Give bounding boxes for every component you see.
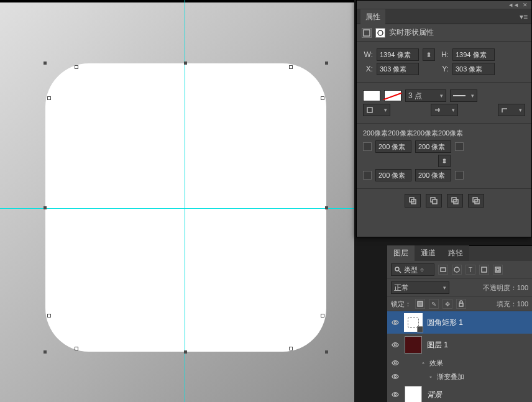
guide-horizontal[interactable] bbox=[0, 208, 354, 209]
lock-paint-icon[interactable]: ✎ bbox=[429, 299, 439, 309]
height-field[interactable] bbox=[452, 48, 495, 61]
svg-point-21 bbox=[394, 362, 396, 363]
close-icon[interactable]: ✕ bbox=[523, 2, 528, 8]
corner-anchor[interactable] bbox=[47, 314, 51, 317]
fx-label: 效果 bbox=[429, 359, 443, 368]
svg-rect-18 bbox=[459, 303, 463, 306]
y-field[interactable] bbox=[452, 63, 495, 75]
svg-point-22 bbox=[394, 375, 396, 377]
transform-handle-bc[interactable] bbox=[184, 350, 187, 354]
layer-fx-item[interactable]: ◦ 渐变叠加 bbox=[387, 370, 532, 383]
lock-position-icon[interactable]: ✥ bbox=[443, 299, 452, 309]
svg-point-11 bbox=[395, 267, 399, 271]
layer-name[interactable]: 背景 bbox=[427, 390, 442, 400]
transform-handle-tl[interactable] bbox=[44, 62, 47, 65]
svg-rect-6 bbox=[433, 199, 437, 204]
stroke-swatch[interactable] bbox=[384, 90, 401, 101]
pathop-exclude-icon[interactable] bbox=[468, 194, 484, 208]
pathop-intersect-icon[interactable] bbox=[447, 194, 463, 208]
panel-collapse-strip[interactable]: ◄◄ ✕ bbox=[357, 1, 531, 9]
layers-panel: 图层 通道 路径 类型 ÷ T 正常▾ 不透明度：100 锁定： ✎ ✥ 填充：… bbox=[387, 245, 532, 402]
pathop-combine-icon[interactable] bbox=[405, 194, 421, 208]
radius-br-field[interactable] bbox=[415, 169, 451, 181]
layer-name[interactable]: 图层 1 bbox=[427, 340, 448, 350]
transform-handle-br[interactable] bbox=[325, 350, 328, 354]
filter-pixel-icon[interactable] bbox=[438, 265, 448, 275]
transform-handle-ml[interactable] bbox=[44, 206, 47, 209]
visibility-icon[interactable] bbox=[391, 340, 400, 349]
x-field[interactable] bbox=[377, 63, 419, 75]
layer-thumbnail[interactable] bbox=[405, 386, 422, 402]
radius-tl-field[interactable] bbox=[375, 140, 411, 153]
corner-anchor[interactable] bbox=[321, 96, 324, 100]
collapse-icon[interactable]: ◄◄ bbox=[508, 2, 519, 8]
layer-row-background[interactable]: 背景 bbox=[387, 383, 532, 402]
width-field[interactable] bbox=[377, 48, 419, 61]
stroke-corners-dropdown[interactable]: ▾ bbox=[498, 104, 525, 116]
corner-br-icon[interactable] bbox=[455, 171, 464, 180]
layer-filter-kind[interactable]: 类型 ÷ bbox=[391, 263, 434, 276]
y-label: Y: bbox=[439, 65, 449, 73]
tab-properties[interactable]: 属性 bbox=[360, 9, 385, 25]
radius-bl-field[interactable] bbox=[375, 169, 411, 181]
path-operations bbox=[357, 189, 531, 212]
visibility-icon[interactable] bbox=[391, 390, 400, 399]
corner-anchor[interactable] bbox=[321, 314, 324, 317]
layer-row-shape[interactable]: 圆角矩形 1 bbox=[387, 311, 532, 334]
filter-smart-icon[interactable] bbox=[493, 265, 503, 275]
corner-tr-icon[interactable] bbox=[455, 142, 464, 151]
fx-item-label: 渐变叠加 bbox=[437, 372, 464, 381]
visibility-icon[interactable] bbox=[391, 318, 400, 327]
filter-type-icon[interactable]: T bbox=[466, 265, 475, 275]
visibility-icon[interactable] bbox=[391, 359, 400, 367]
radius-summary: 200像素200像素200像素200像素 bbox=[363, 129, 525, 138]
stroke-width-field[interactable]: 3 点▾ bbox=[405, 89, 446, 102]
filter-shape-icon[interactable] bbox=[479, 265, 489, 275]
tab-paths[interactable]: 路径 bbox=[442, 245, 469, 261]
transform-handle-tr[interactable] bbox=[325, 62, 328, 65]
layer-thumbnail[interactable] bbox=[405, 314, 422, 331]
corner-anchor[interactable] bbox=[47, 96, 51, 100]
shape-mode-icon[interactable] bbox=[362, 28, 372, 38]
panel-menu-icon[interactable]: ▾≡ bbox=[520, 12, 528, 21]
corner-anchor[interactable] bbox=[75, 347, 78, 350]
transform-handle-tc[interactable] bbox=[184, 62, 187, 65]
layer-fx-row[interactable]: ◦ 效果 bbox=[387, 356, 532, 370]
tab-layers[interactable]: 图层 bbox=[387, 245, 415, 261]
blend-mode-dropdown[interactable]: 正常▾ bbox=[391, 281, 449, 294]
link-radii-icon[interactable] bbox=[438, 155, 451, 167]
app-topbar bbox=[0, 0, 354, 2]
layer-row-1[interactable]: 图层 1 bbox=[387, 334, 532, 356]
stroke-caps-dropdown[interactable]: ▾ bbox=[431, 104, 458, 116]
lock-all-icon[interactable] bbox=[456, 299, 466, 309]
fill-swatch[interactable] bbox=[363, 90, 380, 101]
mask-mode-icon[interactable] bbox=[375, 28, 385, 38]
svg-rect-16 bbox=[497, 268, 499, 271]
layer-thumbnail[interactable] bbox=[405, 336, 422, 354]
rounded-rect-shape[interactable] bbox=[45, 63, 326, 352]
corner-anchor[interactable] bbox=[75, 65, 78, 69]
stroke-style-dropdown[interactable]: ▾ bbox=[450, 89, 477, 102]
stroke-align-dropdown[interactable]: ▾ bbox=[363, 104, 390, 116]
height-label: H: bbox=[439, 50, 449, 59]
radius-tr-field[interactable] bbox=[415, 140, 451, 153]
visibility-icon[interactable] bbox=[391, 372, 400, 381]
corner-anchor[interactable] bbox=[289, 347, 293, 350]
canvas-area[interactable] bbox=[0, 0, 354, 402]
layer-name[interactable]: 圆角矩形 1 bbox=[427, 317, 463, 328]
corner-anchor[interactable] bbox=[289, 65, 293, 69]
transform-handle-bl[interactable] bbox=[44, 350, 47, 354]
properties-panel: ◄◄ ✕ 属性 ▾≡ 实时形状属性 W: H: X: Y: bbox=[356, 0, 532, 237]
corner-bl-icon[interactable] bbox=[363, 171, 372, 180]
opacity-label: 不透明度：100 bbox=[483, 283, 528, 293]
svg-rect-17 bbox=[418, 301, 423, 306]
transform-handle-mr[interactable] bbox=[325, 206, 328, 209]
svg-point-13 bbox=[454, 267, 459, 272]
filter-adjust-icon[interactable] bbox=[452, 265, 462, 275]
pathop-subtract-icon[interactable] bbox=[426, 194, 442, 208]
corner-tl-icon[interactable] bbox=[363, 142, 372, 151]
guide-vertical[interactable] bbox=[185, 0, 185, 402]
link-wh-icon[interactable] bbox=[423, 48, 435, 61]
tab-channels[interactable]: 通道 bbox=[415, 245, 442, 261]
lock-pixels-icon[interactable] bbox=[415, 299, 425, 309]
